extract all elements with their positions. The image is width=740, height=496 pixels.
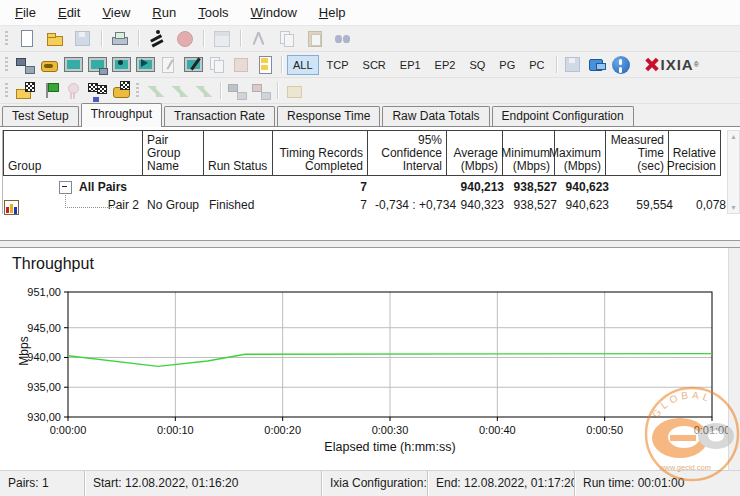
col-header-timing-records[interactable]: Timing Records Completed <box>272 130 368 176</box>
ixia-x-icon <box>645 58 658 71</box>
tab-transaction-rate[interactable]: Transaction Rate <box>164 106 275 126</box>
multicast-pair-icon[interactable] <box>135 55 155 75</box>
stop-icon <box>175 29 195 49</box>
filter-sq[interactable]: SQ <box>463 55 491 75</box>
toolbar-separator <box>556 56 557 73</box>
throughput-chart-panel: Throughput Mbps 951,00945,00940,00935,00… <box>0 248 740 470</box>
chart-scrollbar[interactable] <box>728 248 740 470</box>
menu-window[interactable]: Window <box>240 1 308 24</box>
cut-icon <box>249 29 269 49</box>
toolbar-gripper[interactable] <box>136 83 139 99</box>
collapse-icon[interactable] <box>59 181 72 194</box>
open-folder-icon[interactable] <box>45 29 65 49</box>
x-tick-label: 0:00:00 <box>50 424 87 436</box>
report-icon <box>212 29 232 49</box>
toolbar-separator <box>220 82 221 99</box>
tab-throughput[interactable]: Throughput <box>81 103 162 127</box>
tab-endpoint-configuration[interactable]: Endpoint Configuration <box>492 106 634 126</box>
table-scrollbar[interactable]: ▲ ▼ <box>727 130 740 214</box>
edit-pair-icon[interactable] <box>183 55 203 75</box>
results-grid: Group Pair Group Name Run Status Timing … <box>0 128 740 240</box>
col-header-pair-group-name[interactable]: Pair Group Name <box>142 130 204 176</box>
tree-connector <box>65 193 116 208</box>
y-tick-label: 940,00 <box>27 351 61 363</box>
pair-group-name: No Group <box>143 198 205 212</box>
registered-mark: ® <box>694 61 699 68</box>
menu-help[interactable]: Help <box>308 1 357 24</box>
filter-ep2[interactable]: EP2 <box>429 55 462 75</box>
filter-all[interactable]: ALL <box>287 55 319 75</box>
checkered-flags-icon[interactable] <box>87 81 107 101</box>
scroll-up-icon[interactable]: ▲ <box>728 131 739 142</box>
all-pairs-minimum: 938,527 <box>508 180 561 194</box>
menu-bar: File Edit View Run Tools Window Help <box>0 0 740 26</box>
run-flag-icon[interactable] <box>39 81 59 101</box>
toolbar-gripper[interactable] <box>5 31 8 47</box>
filter-pc[interactable]: PC <box>523 55 550 75</box>
unlink-pairs-icon <box>251 81 271 101</box>
col-header-run-status[interactable]: Run Status <box>203 130 273 176</box>
menu-tools[interactable]: Tools <box>187 1 239 24</box>
filter-ep1[interactable]: EP1 <box>394 55 427 75</box>
toolbar-separator <box>203 30 204 47</box>
tab-raw-data-totals[interactable]: Raw Data Totals <box>382 106 489 126</box>
save-test-icon <box>563 55 583 75</box>
ixia-logo: IXIA ® <box>645 56 699 73</box>
col-header-confidence[interactable]: 95% Confidence Interval <box>367 130 447 176</box>
run-completion-icon[interactable] <box>15 81 35 101</box>
print-icon[interactable] <box>110 29 130 49</box>
status-bar: Pairs: 1 Start: 12.08.2022, 01:16:20 Ixi… <box>0 470 740 496</box>
table-row-pair-2[interactable]: Pair 2 No Group Finished 7 -0,734 : +0,7… <box>3 196 730 214</box>
export-test-icon[interactable] <box>587 55 607 75</box>
col-header-average[interactable]: Average (Mbps) <box>446 130 503 176</box>
x-tick-label: 0:00:10 <box>157 424 194 436</box>
pair-minimum: 938,527 <box>508 198 561 212</box>
run-icon[interactable] <box>147 29 167 49</box>
pair-measured-time: 59,554 <box>613 198 677 212</box>
x-tick-label: 0:00:20 <box>264 424 301 436</box>
col-header-measured-time[interactable]: Measured Time (sec) <box>605 130 669 176</box>
toolbar-gripper[interactable] <box>5 83 8 99</box>
col-header-group[interactable]: Group <box>3 130 143 176</box>
status-end: End: 12.08.2022, 01:17:20 <box>428 471 575 496</box>
x-tick-label: 0:01:00 <box>694 424 731 436</box>
endpoint-icon[interactable] <box>63 55 83 75</box>
toolbar-gripper[interactable] <box>5 57 8 73</box>
y-tick-label: 951,00 <box>27 286 61 298</box>
pair-confidence-interval: -0,734 : +0,734 <box>371 198 451 212</box>
copy-pair-icon <box>207 55 227 75</box>
paste-icon <box>305 29 325 49</box>
col-header-relative-precision[interactable]: Relative Precision <box>668 130 721 176</box>
toolbar-pairs: ALLTCPSCREP1EP2SQPGPC IXIA ® <box>0 52 740 78</box>
x-tick-label: 0:00:30 <box>372 424 409 436</box>
filter-tcp[interactable]: TCP <box>321 55 355 75</box>
all-pairs-maximum: 940,623 <box>561 180 613 194</box>
scroll-down-icon[interactable]: ▼ <box>728 202 739 213</box>
col-header-maximum[interactable]: Maximum (Mbps) <box>554 130 606 176</box>
dial-pair-icon[interactable] <box>39 55 59 75</box>
archive-icon <box>284 81 304 101</box>
panel-splitter[interactable] <box>0 240 740 248</box>
menu-file[interactable]: File <box>4 1 47 24</box>
one-to-many-icon[interactable] <box>255 55 275 75</box>
add-multi-pair-icon[interactable] <box>87 55 107 75</box>
video-pair-icon[interactable] <box>111 55 131 75</box>
dial-flag-icon[interactable] <box>111 81 131 101</box>
new-document-icon[interactable] <box>17 29 37 49</box>
add-pair-icon[interactable] <box>15 55 35 75</box>
menu-run[interactable]: Run <box>141 1 187 24</box>
tab-test-setup[interactable]: Test Setup <box>2 106 79 126</box>
y-tick-label: 930,00 <box>27 411 61 423</box>
info-icon[interactable] <box>611 55 631 75</box>
tab-strip: Test Setup Throughput Transaction Rate R… <box>0 104 740 127</box>
filter-scr[interactable]: SCR <box>357 55 392 75</box>
tab-response-time[interactable]: Response Time <box>277 106 380 126</box>
filter-pg[interactable]: PG <box>493 55 521 75</box>
menu-view[interactable]: View <box>91 1 141 24</box>
pair-maximum: 940,623 <box>561 198 613 212</box>
menu-edit[interactable]: Edit <box>47 1 91 24</box>
status-config: Ixia Configuration: <box>322 471 428 496</box>
app-window: { "menu": {"items": [{"label":"File"},{"… <box>0 0 740 496</box>
col-header-minimum[interactable]: Minimum (Mbps) <box>502 130 555 176</box>
pair-relative-precision: 0,078 <box>677 198 730 212</box>
